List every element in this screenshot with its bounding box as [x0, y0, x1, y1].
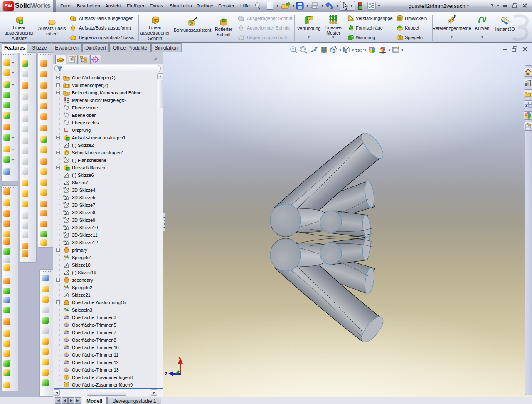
svg-text:3D: 3D: [63, 224, 67, 227]
svg-text:3D: 3D: [63, 209, 67, 212]
svg-text:3D: 3D: [63, 194, 67, 197]
svg-text:3D: 3D: [63, 217, 67, 220]
svg-text:3D: 3D: [63, 202, 67, 205]
svg-text:3D: 3D: [63, 187, 67, 190]
svg-text:Z: Z: [165, 372, 167, 376]
svg-text:3D: 3D: [63, 239, 67, 242]
svg-text:3D: 3D: [63, 232, 67, 235]
svg-text:3D: 3D: [63, 157, 67, 160]
